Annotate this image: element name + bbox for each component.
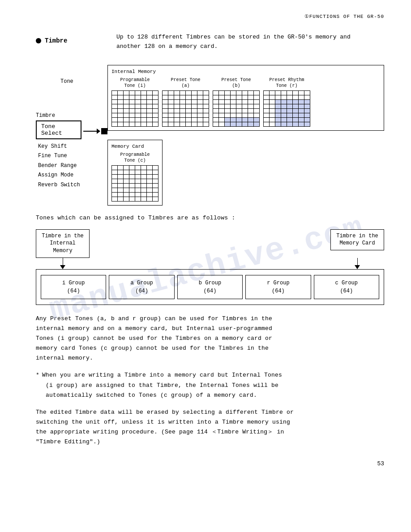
left-arrow-col (36, 258, 90, 269)
table-row (213, 99, 260, 104)
preset-rhythm-tone-r-grid (263, 90, 310, 127)
table-row (112, 117, 158, 122)
group-b: b Group (64) (177, 275, 243, 299)
prog-tone-c-col: Programable Tone (c) (111, 152, 158, 202)
preset-rhythm-tone-r-label: Preset Rhythm Tone (r) (269, 77, 304, 89)
table-row (163, 99, 209, 104)
prog-tone-c-label: Programable Tone (c) (120, 152, 150, 163)
menu-items-list: Key Shift Fine Tune Bender Range Assign … (36, 142, 107, 190)
group-a: a Group (64) (109, 275, 174, 299)
preset-tone-b-col: Preset Tone (b) (213, 77, 260, 127)
table-row (163, 122, 209, 126)
right-arrow-col (330, 258, 384, 269)
timbre-intro-section: Timbre Up to 128 different Timbres can b… (36, 33, 384, 51)
table-row (213, 95, 260, 99)
page-number: 53 (36, 460, 384, 467)
groups-inner-row: i Group (64) a Group (64) b Group (64) r… (41, 275, 379, 299)
menu-item-fine-tune: Fine Tune (38, 151, 107, 161)
table-row (213, 108, 260, 113)
table-row (264, 117, 310, 122)
memory-card-grids-row: Programable Tone (c) (111, 152, 158, 202)
tone-internal-section: Internal Memory Programable Tone (i) (107, 65, 384, 131)
memory-card-section: Memory Card Programable Tone (c) (107, 135, 384, 206)
prog-tone-c-grid (111, 165, 158, 202)
flow-diagram: Timbre in the Internal Memory Timbre in … (36, 229, 384, 305)
header-text: ①FUNCTIONS OF THE GR-50 (304, 14, 384, 19)
timbre-label-col: Timbre (36, 33, 107, 51)
tone-select-row: Tone Select (36, 120, 107, 142)
menu-item-bender-range: Bender Range (38, 161, 107, 171)
left-arrow-down (60, 265, 65, 269)
flow-arrows-row (36, 258, 384, 269)
tone-diagram-label: Tone (60, 78, 107, 85)
table-row (264, 113, 310, 117)
flow-section: Tones which can be assigned to Timbres a… (36, 215, 384, 468)
spacer-mid2 (90, 258, 330, 269)
table-row (264, 108, 310, 113)
table-row (264, 122, 310, 126)
table-row (112, 183, 158, 188)
table-row (112, 188, 158, 192)
table-row (112, 122, 158, 126)
memory-card-label: Memory Card (111, 144, 158, 149)
table-row (112, 197, 158, 201)
flow-top-boxes: Timbre in the Internal Memory Timbre in … (36, 229, 384, 258)
body-paragraph-3: The edited Timbre data will be erased by… (36, 408, 384, 447)
internal-memory-label: Internal Memory (111, 69, 380, 74)
preset-tone-a-grid (162, 90, 209, 127)
preset-tone-a-col: Preset Tone (a) (162, 77, 209, 127)
table-row (112, 170, 158, 174)
page: manualachive.com ①FUNCTIONS OF THE GR-50… (0, 0, 411, 532)
body-paragraph-2: When you are writing a Timbre into a mem… (36, 370, 384, 400)
table-row (163, 95, 209, 99)
group-c: c Group (64) (314, 275, 379, 299)
table-row (112, 90, 158, 95)
table-row (213, 104, 260, 108)
memory-card-box: Memory Card Programable Tone (c) (107, 140, 163, 206)
arrow-head (97, 129, 100, 134)
spacer (36, 86, 107, 112)
black-square (101, 128, 107, 134)
timbre-memory-card-box: Timbre in the Memory Card (330, 229, 384, 251)
preset-tone-b-grid (213, 90, 260, 127)
table-row (213, 113, 260, 117)
tone-select-arrow (83, 128, 107, 134)
arrow-body (83, 131, 97, 132)
table-row (112, 174, 158, 179)
table-row (112, 95, 158, 99)
table-row (112, 192, 158, 197)
table-row (112, 165, 158, 170)
right-arrow-down (355, 265, 360, 269)
table-row (213, 122, 260, 126)
table-row (264, 90, 310, 95)
main-diagram-area: Tone Timbre Tone Select (36, 65, 384, 206)
preset-tone-a-label: Preset Tone (a) (171, 77, 200, 89)
left-menu-area: Tone Timbre Tone Select (36, 65, 107, 206)
menu-item-assign-mode: Assign Mode (38, 171, 107, 180)
timbre-description: Up to 128 different Timbres can be store… (116, 33, 384, 51)
body-paragraph-1: Any Preset Tones (a, b and r group) can … (36, 314, 384, 363)
left-vert-line (63, 258, 63, 265)
menu-item-reverb-switch: Reverb Switch (38, 180, 107, 190)
preset-tone-b-label: Preset Tone (b) (221, 77, 251, 89)
timbre-menu-label: Timbre (36, 112, 107, 119)
timbre-label: Timbre (36, 37, 107, 44)
prog-tone-i-col: Programable Tone (i) (111, 77, 158, 127)
table-row (264, 95, 310, 99)
flow-intro-text: Tones which can be assigned to Timbres a… (36, 215, 384, 221)
table-row (163, 104, 209, 108)
tone-internal-box: Internal Memory Programable Tone (i) (107, 65, 384, 131)
right-vert-line (357, 258, 358, 265)
table-row (264, 104, 310, 108)
preset-rhythm-tone-r-col: Preset Rhythm Tone (r) (263, 77, 310, 127)
table-row (112, 99, 158, 104)
table-row (112, 104, 158, 108)
table-row (112, 113, 158, 117)
bullet-icon (36, 38, 41, 43)
table-row (163, 108, 209, 113)
table-row (264, 99, 310, 104)
prog-tone-i-grid (111, 90, 158, 127)
table-row (112, 108, 158, 113)
groups-outer-box: i Group (64) a Group (64) b Group (64) r… (36, 269, 384, 305)
tone-select-box: Tone Select (36, 120, 81, 139)
